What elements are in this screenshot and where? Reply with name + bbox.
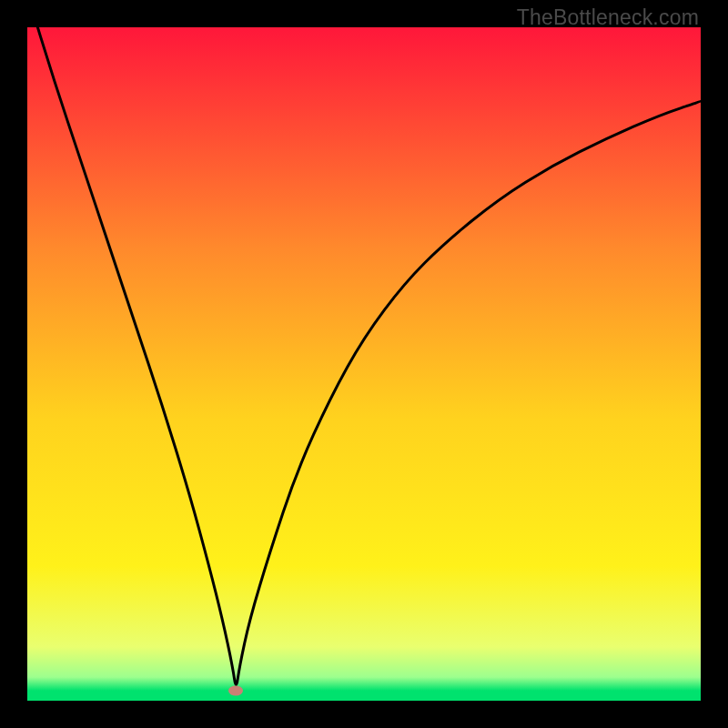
watermark-text: TheBottleneck.com [517, 5, 699, 30]
chart-curve [27, 27, 701, 701]
minimum-marker [228, 685, 243, 695]
